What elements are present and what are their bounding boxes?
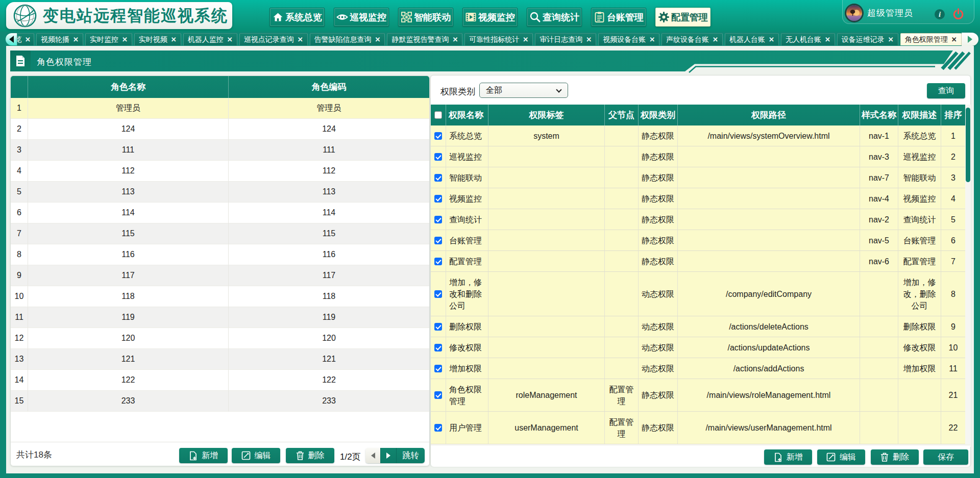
tab-scroll-right-button[interactable] bbox=[962, 33, 978, 46]
select-all-checkbox[interactable] bbox=[434, 111, 442, 119]
row-checkbox[interactable] bbox=[434, 216, 442, 223]
tab[interactable]: 巡视点记录查询 ✕ bbox=[239, 33, 308, 45]
tab-close-icon[interactable]: ✕ bbox=[769, 36, 774, 43]
pager-prev-button[interactable] bbox=[365, 448, 381, 463]
tab[interactable]: 视频设备台账 ✕ bbox=[598, 33, 659, 45]
nav-button[interactable]: 视频监控 bbox=[462, 8, 518, 27]
tab[interactable]: 无人机台账 ✕ bbox=[781, 33, 835, 45]
role-row[interactable]: 15 233 233 bbox=[11, 391, 429, 412]
role-row[interactable]: 3 111 111 bbox=[11, 140, 429, 161]
power-icon[interactable] bbox=[952, 8, 964, 20]
row-checkbox[interactable] bbox=[434, 323, 442, 331]
save-button[interactable]: 保存 bbox=[923, 449, 968, 465]
tab[interactable]: 实时监控 ✕ bbox=[85, 33, 132, 45]
tab[interactable]: 可靠性指标统计 ✕ bbox=[464, 33, 533, 45]
scrollbar-thumb[interactable] bbox=[966, 108, 970, 182]
nav-button[interactable]: 配置管理 bbox=[655, 8, 710, 27]
permission-row[interactable]: 增加，修改和删除公司 动态权限 /company/editCompany 增加，… bbox=[431, 272, 965, 316]
tab-close-icon[interactable]: ✕ bbox=[888, 36, 894, 43]
permission-row[interactable]: 巡视监控 静态权限 nav-3 巡视监控 2 bbox=[431, 146, 965, 167]
permission-row[interactable]: 角色权限管理 roleManagement 配置管理 静态权限 /main/vi… bbox=[431, 379, 965, 412]
role-row[interactable]: 10 118 118 bbox=[11, 286, 429, 307]
role-edit-button[interactable]: 编辑 bbox=[232, 448, 280, 463]
avatar[interactable] bbox=[846, 5, 862, 21]
row-checkbox[interactable] bbox=[434, 258, 442, 265]
pager-jump-button[interactable]: 跳转 bbox=[397, 448, 425, 463]
permission-row[interactable]: 台账管理 静态权限 nav-5 台账管理 6 bbox=[431, 230, 965, 251]
tab-close-icon[interactable]: ✕ bbox=[586, 36, 592, 43]
tab-close-icon[interactable]: ✕ bbox=[73, 36, 79, 43]
search-button[interactable]: 查询 bbox=[927, 83, 965, 98]
row-checkbox[interactable] bbox=[434, 195, 442, 203]
tab-close-icon[interactable]: ✕ bbox=[25, 36, 31, 43]
permission-row[interactable]: 修改权限 动态权限 /actions/updateActions 修改权限 10 bbox=[431, 337, 965, 358]
permission-type-select[interactable]: 全部 bbox=[479, 83, 568, 98]
role-row[interactable]: 9 117 117 bbox=[11, 265, 429, 286]
permission-row[interactable]: 增加权限 动态权限 /actions/addActions 增加权限 11 bbox=[431, 358, 965, 379]
row-checkbox[interactable] bbox=[434, 290, 442, 298]
role-delete-button[interactable]: 删除 bbox=[286, 448, 334, 463]
tab[interactable]: 角色权限管理 ✕ bbox=[900, 33, 962, 45]
tab[interactable]: 告警缺陷信息查询 ✕ bbox=[310, 33, 385, 45]
tab-close-icon[interactable]: ✕ bbox=[298, 36, 303, 43]
perm-delete-button[interactable]: 删除 bbox=[871, 449, 919, 465]
role-row[interactable]: 1 管理员 管理员 bbox=[11, 98, 429, 119]
row-checkbox[interactable] bbox=[434, 424, 442, 432]
role-row[interactable]: 5 113 113 bbox=[11, 182, 429, 203]
role-row[interactable]: 12 120 120 bbox=[11, 328, 429, 349]
tab[interactable]: 机器人监控 ✕ bbox=[183, 33, 237, 45]
nav-button[interactable]: 查询统计 bbox=[527, 8, 582, 27]
permission-row[interactable]: 视频监控 静态权限 nav-4 视频监控 4 bbox=[431, 188, 965, 209]
row-checkbox[interactable] bbox=[434, 174, 442, 182]
row-checkbox[interactable] bbox=[434, 153, 442, 161]
tab-close-icon[interactable]: ✕ bbox=[227, 36, 233, 43]
nav-button[interactable]: 智能联动 bbox=[398, 8, 453, 27]
permission-row[interactable]: 用户管理 userManagement 配置管理 静态权限 /main/view… bbox=[431, 412, 965, 444]
perm-edit-button[interactable]: 编辑 bbox=[817, 449, 865, 465]
tab-scroll-left-button[interactable] bbox=[6, 33, 17, 45]
perm-add-button[interactable]: 新增 bbox=[764, 449, 812, 465]
nav-button[interactable]: 系统总览 bbox=[270, 8, 325, 27]
row-checkbox[interactable] bbox=[434, 344, 442, 351]
role-row[interactable]: 2 124 124 bbox=[11, 119, 429, 140]
role-row[interactable]: 14 122 122 bbox=[11, 370, 429, 391]
tab-close-icon[interactable]: ✕ bbox=[523, 36, 528, 43]
tab[interactable]: 声纹设备台账 ✕ bbox=[662, 33, 723, 45]
role-row[interactable]: 4 112 112 bbox=[11, 161, 429, 182]
info-icon[interactable]: i bbox=[935, 9, 945, 19]
tab-close-icon[interactable]: ✕ bbox=[713, 36, 718, 43]
tab-close-icon[interactable]: ✕ bbox=[825, 36, 830, 43]
role-add-button[interactable]: 新增 bbox=[179, 448, 228, 463]
tab[interactable]: 机器人台账 ✕ bbox=[725, 33, 779, 45]
nav-button[interactable]: 巡视监控 bbox=[334, 8, 389, 27]
nav-button[interactable]: 台账管理 bbox=[591, 8, 646, 27]
tab[interactable]: 览 ✕ bbox=[17, 33, 34, 45]
tab-close-icon[interactable]: ✕ bbox=[452, 36, 458, 43]
tab[interactable]: 审计日志查询 ✕ bbox=[535, 33, 596, 45]
tab-close-icon[interactable]: ✕ bbox=[951, 36, 957, 43]
role-row[interactable]: 6 114 114 bbox=[11, 203, 429, 223]
row-checkbox[interactable] bbox=[434, 237, 442, 244]
tab-close-icon[interactable]: ✕ bbox=[375, 36, 381, 43]
row-checkbox[interactable] bbox=[434, 132, 442, 140]
permission-row[interactable]: 配置管理 静态权限 nav-6 配置管理 7 bbox=[431, 251, 965, 272]
permissions-scrollbar[interactable] bbox=[965, 105, 971, 447]
pager-next-button[interactable] bbox=[381, 448, 397, 463]
role-row[interactable]: 7 115 115 bbox=[11, 223, 429, 244]
tab-close-icon[interactable]: ✕ bbox=[649, 36, 655, 43]
permission-row[interactable]: 查询统计 静态权限 nav-2 查询统计 5 bbox=[431, 209, 965, 230]
row-checkbox[interactable] bbox=[434, 365, 442, 372]
permission-row[interactable]: 智能联动 静态权限 nav-7 智能联动 3 bbox=[431, 167, 965, 188]
tab[interactable]: 实时视频 ✕ bbox=[134, 33, 181, 45]
permission-row[interactable]: 删除权限 动态权限 /actions/deleteActions 删除权限 9 bbox=[431, 316, 965, 337]
tab-close-icon[interactable]: ✕ bbox=[122, 36, 128, 43]
permission-row[interactable]: 系统总览 system 静态权限 /main/views/systemOverv… bbox=[431, 125, 965, 146]
role-row[interactable]: 11 119 119 bbox=[11, 307, 429, 328]
role-row[interactable]: 8 116 116 bbox=[11, 244, 429, 265]
tab-close-icon[interactable]: ✕ bbox=[171, 36, 177, 43]
tab[interactable]: 设备运维记录 ✕ bbox=[837, 33, 898, 45]
role-row[interactable]: 13 121 121 bbox=[11, 349, 429, 370]
tab[interactable]: 静默监视告警查询 ✕ bbox=[387, 33, 462, 45]
row-checkbox[interactable] bbox=[434, 391, 442, 399]
tab[interactable]: 视频轮播 ✕ bbox=[36, 33, 83, 45]
